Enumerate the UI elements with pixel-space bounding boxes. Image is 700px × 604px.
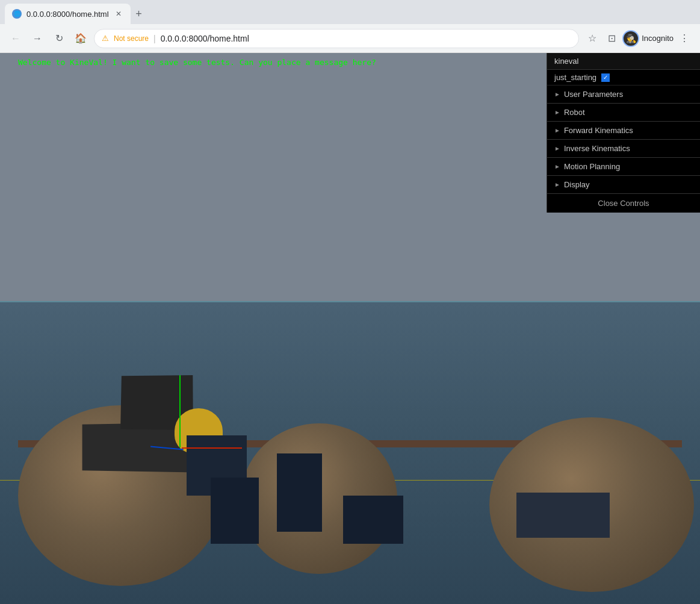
right-box (343, 496, 403, 544)
display-section: ► Display (547, 176, 700, 194)
new-tab-button[interactable]: + (131, 5, 147, 22)
inverse-kinematics-label: Inverse Kinematics (564, 144, 630, 153)
menu-button[interactable]: ⋮ (676, 30, 693, 47)
profile-button[interactable]: 🕵 (622, 30, 639, 47)
motion-planning-label: Motion Planning (564, 162, 620, 171)
tab-title: 0.0.0.0:8000/home.html (26, 10, 109, 19)
just-starting-checkbox[interactable]: ✓ (601, 73, 610, 82)
robot-arrow: ► (554, 109, 560, 116)
forward-kinematics-arrow: ► (554, 127, 560, 134)
robot-label: Robot (564, 108, 585, 117)
content-area: Welcome to KineVal! I want to save some … (0, 53, 700, 604)
display-header[interactable]: ► Display (547, 176, 700, 193)
motion-planning-section: ► Motion Planning (547, 158, 700, 176)
tab-search-button[interactable]: ⊡ (603, 30, 620, 47)
address-separator: | (153, 34, 156, 43)
axis-red (182, 447, 242, 449)
forward-button[interactable]: → (29, 30, 46, 47)
robot-base (211, 478, 259, 544)
tab-bar: 🌐 0.0.0.0:8000/home.html ✕ + (0, 0, 700, 24)
user-parameters-arrow: ► (554, 91, 560, 98)
tab-favicon: 🌐 (12, 9, 22, 19)
tab-close-button[interactable]: ✕ (114, 9, 123, 19)
incognito-label: Incognito (642, 34, 674, 43)
user-parameters-section: ► User Parameters (547, 86, 700, 104)
controls-panel: kineval just_starting ✓ ► User Parameter… (547, 53, 700, 213)
refresh-button[interactable]: ↻ (51, 30, 67, 47)
center-block (277, 453, 322, 532)
back-button[interactable]: ← (7, 30, 24, 47)
bookmark-button[interactable]: ☆ (584, 30, 601, 47)
active-tab[interactable]: 🌐 0.0.0.0:8000/home.html ✕ (5, 4, 131, 24)
horizon-line (0, 301, 700, 302)
robot-section: ► Robot (547, 104, 700, 122)
not-secure-label: Not secure (114, 34, 149, 43)
inverse-kinematics-arrow: ► (554, 145, 560, 152)
forward-kinematics-header[interactable]: ► Forward Kinematics (547, 122, 700, 139)
inverse-kinematics-section: ► Inverse Kinematics (547, 140, 700, 158)
security-icon: ⚠ (102, 34, 109, 43)
green-text-overlay: Welcome to KineVal! I want to save some … (18, 58, 376, 67)
motion-planning-header[interactable]: ► Motion Planning (547, 158, 700, 175)
just-starting-row: just_starting ✓ (547, 70, 700, 86)
user-parameters-label: User Parameters (564, 90, 623, 99)
app-name-label: kineval (547, 53, 700, 70)
user-parameters-header[interactable]: ► User Parameters (547, 86, 700, 103)
nav-right-controls: ☆ ⊡ 🕵 Incognito ⋮ (584, 30, 693, 47)
inverse-kinematics-header[interactable]: ► Inverse Kinematics (547, 140, 700, 157)
address-url[interactable]: 0.0.0.0:8000/home.html (161, 34, 249, 43)
motion-planning-arrow: ► (554, 163, 560, 170)
nav-bar: ← → ↻ 🏠 ⚠ Not secure | 0.0.0.0:8000/home… (0, 24, 700, 53)
far-right-box (516, 493, 610, 538)
forward-kinematics-section: ► Forward Kinematics (547, 122, 700, 140)
just-starting-label: just_starting (554, 73, 596, 82)
green-text: Welcome to KineVal! I want to save some … (18, 58, 376, 67)
address-bar[interactable]: ⚠ Not secure | 0.0.0.0:8000/home.html (94, 29, 579, 48)
browser-window: 🌐 0.0.0.0:8000/home.html ✕ + ← → ↻ 🏠 ⚠ N… (0, 0, 700, 604)
display-arrow: ► (554, 181, 560, 188)
close-controls-button[interactable]: Close Controls (547, 194, 700, 213)
forward-kinematics-label: Forward Kinematics (564, 126, 633, 135)
axis-green (179, 375, 181, 447)
display-label: Display (564, 180, 590, 189)
home-button[interactable]: 🏠 (72, 30, 89, 47)
robot-header[interactable]: ► Robot (547, 104, 700, 121)
